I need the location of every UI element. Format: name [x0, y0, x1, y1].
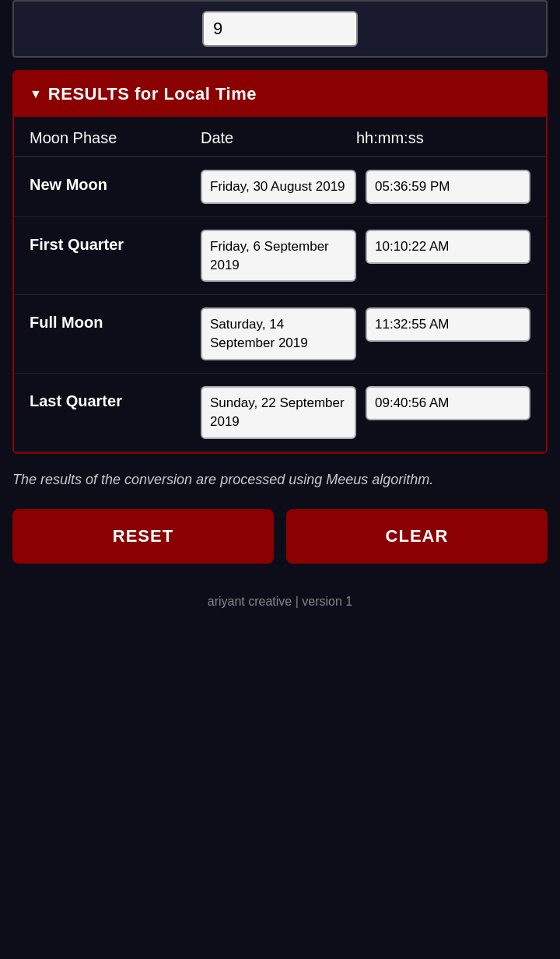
info-text: The results of the conversion are proces…	[12, 469, 548, 490]
time-value: 05:36:59 PM	[366, 170, 530, 204]
phase-label: Full Moon	[30, 307, 201, 332]
phase-label: Last Quarter	[30, 386, 201, 410]
results-title: RESULTS for Local Time	[48, 84, 257, 104]
time-value: 10:10:22 AM	[366, 230, 530, 264]
column-header-date: Date	[201, 129, 356, 147]
table-row: Last QuarterSunday, 22 September 201909:…	[14, 374, 546, 452]
table-header-row: Moon Phase Date hh:mm:ss	[14, 117, 546, 157]
table-row: New MoonFriday, 30 August 201905:36:59 P…	[14, 157, 546, 217]
buttons-row: RESET CLEAR	[12, 509, 548, 564]
date-value: Saturday, 14 September 2019	[201, 307, 356, 360]
table-rows-container: New MoonFriday, 30 August 201905:36:59 P…	[14, 157, 546, 452]
top-input-section	[12, 0, 548, 58]
time-value: 09:40:56 AM	[366, 386, 530, 420]
phase-label: New Moon	[30, 170, 201, 194]
table-row: Full MoonSaturday, 14 September 201911:3…	[14, 295, 546, 374]
results-table: Moon Phase Date hh:mm:ss New MoonFriday,…	[14, 117, 546, 452]
date-value: Friday, 30 August 2019	[201, 170, 356, 204]
table-row: First QuarterFriday, 6 September 201910:…	[14, 217, 546, 296]
number-input[interactable]	[202, 11, 358, 47]
chevron-icon: ▼	[30, 87, 42, 101]
reset-button[interactable]: RESET	[12, 509, 274, 564]
results-section: ▼ RESULTS for Local Time Moon Phase Date…	[12, 70, 548, 454]
footer: ariyant creative | version 1	[0, 579, 560, 624]
column-header-time: hh:mm:ss	[356, 129, 530, 147]
phase-label: First Quarter	[30, 230, 201, 254]
time-value: 11:32:55 AM	[366, 307, 530, 342]
date-value: Friday, 6 September 2019	[201, 230, 356, 283]
column-header-phase: Moon Phase	[30, 129, 201, 147]
date-value: Sunday, 22 September 2019	[201, 386, 356, 439]
results-header: ▼ RESULTS for Local Time	[14, 72, 546, 117]
clear-button[interactable]: CLEAR	[286, 509, 548, 564]
